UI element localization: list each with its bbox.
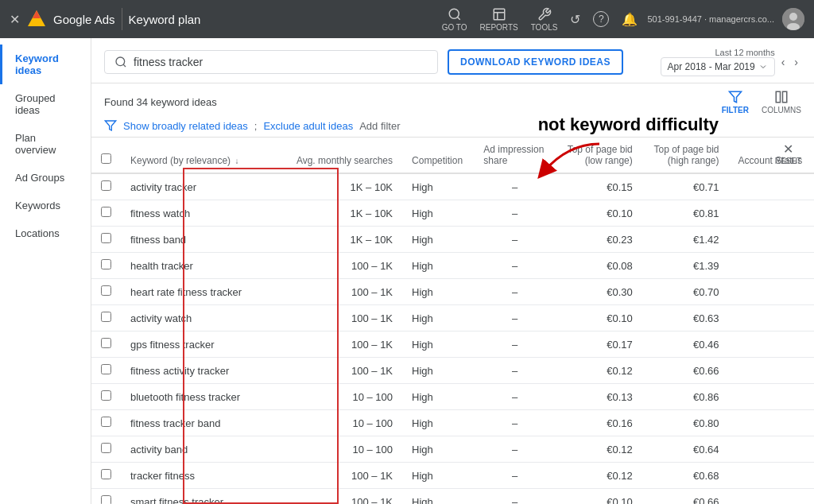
row-checkbox-cell[interactable] <box>91 227 121 253</box>
goto-label: GO TO <box>442 23 467 32</box>
header-bid-low[interactable]: Top of page bid(low range) <box>556 138 642 173</box>
svg-marker-12 <box>729 91 741 103</box>
keywords-table: Keyword (by relevance) ↓ Avg. monthly se… <box>91 138 814 504</box>
refresh-button[interactable]: ↺ <box>570 12 580 27</box>
row-checkbox[interactable] <box>101 338 111 348</box>
row-ad-share: – <box>474 253 556 279</box>
filter-button[interactable]: FILTER <box>722 90 749 114</box>
row-checkbox[interactable] <box>101 495 111 504</box>
row-checkbox[interactable] <box>101 364 111 374</box>
row-bid-low: €0.15 <box>556 173 642 200</box>
search-box[interactable] <box>104 50 438 74</box>
row-ad-share: – <box>474 331 556 358</box>
header-competition[interactable]: Competition <box>402 138 474 173</box>
goto-button[interactable]: GO TO <box>442 7 467 32</box>
header-ad-share[interactable]: Ad impressionshare <box>474 138 556 173</box>
row-checkbox-cell[interactable] <box>91 173 121 200</box>
svg-rect-14 <box>782 91 786 103</box>
row-checkbox-cell[interactable] <box>91 436 121 463</box>
row-competition: High <box>402 200 474 227</box>
row-checkbox-cell[interactable] <box>91 463 121 489</box>
date-prev-button[interactable]: ‹ <box>778 54 789 70</box>
row-checkbox-cell[interactable] <box>91 384 121 410</box>
row-checkbox[interactable] <box>101 443 111 453</box>
columns-button[interactable]: COLUMNS <box>762 90 801 114</box>
row-checkbox[interactable] <box>101 417 111 427</box>
tools-button[interactable]: TOOLS <box>531 7 558 32</box>
sidebar-item-ad-groups[interactable]: Ad Groups <box>0 164 91 192</box>
exclude-adult-ideas-link[interactable]: Exclude adult ideas <box>263 120 353 132</box>
row-bid-high: €0.64 <box>642 436 729 463</box>
row-checkbox-cell[interactable] <box>91 358 121 384</box>
header-bid-high[interactable]: Top of page bid(high range) <box>642 138 729 173</box>
table-row: health tracker 100 – 1K High – €0.08 €1.… <box>91 253 814 279</box>
row-checkbox-cell[interactable] <box>91 200 121 227</box>
sidebar-item-locations[interactable]: Locations <box>0 219 91 247</box>
row-bid-high: €1.39 <box>642 253 729 279</box>
row-status <box>729 279 814 305</box>
row-checkbox-cell[interactable] <box>91 410 121 436</box>
svg-marker-15 <box>105 121 115 130</box>
show-broadly-related-link[interactable]: Show broadly related ideas <box>123 120 248 132</box>
date-range-dropdown[interactable]: Apr 2018 - Mar 2019 <box>661 57 775 76</box>
row-ad-share: – <box>474 463 556 489</box>
row-checkbox-cell[interactable] <box>91 305 121 331</box>
row-bid-low: €0.17 <box>556 331 642 358</box>
columns-icon <box>774 90 789 104</box>
download-keyword-ideas-button[interactable]: DOWNLOAD KEYWORD IDEAS <box>448 49 623 75</box>
header-avg-searches[interactable]: Avg. monthly searches <box>284 138 402 173</box>
row-bid-high: €0.71 <box>642 173 729 200</box>
row-checkbox-cell[interactable] <box>91 331 121 358</box>
row-avg-searches: 100 – 1K <box>284 358 402 384</box>
sidebar-item-plan-overview[interactable]: Plan overview <box>0 124 91 164</box>
notifications-button[interactable]: 🔔 <box>622 12 638 27</box>
sidebar-item-keyword-ideas[interactable]: Keyword ideas <box>0 45 91 84</box>
table-row: fitness activity tracker 100 – 1K High –… <box>91 358 814 384</box>
select-all-checkbox[interactable] <box>101 153 111 164</box>
row-checkbox[interactable] <box>101 312 111 322</box>
table-row: fitness watch 1K – 10K High – €0.10 €0.8… <box>91 200 814 227</box>
add-filter-link[interactable]: Add filter <box>359 120 400 132</box>
sidebar-item-grouped-ideas[interactable]: Grouped ideas <box>0 84 91 124</box>
reports-button[interactable]: REPORTS <box>480 7 518 32</box>
row-status <box>729 253 814 279</box>
header-select-all[interactable] <box>91 138 121 173</box>
row-checkbox[interactable] <box>101 285 111 296</box>
row-checkbox[interactable] <box>101 207 111 217</box>
row-ad-share: – <box>474 436 556 463</box>
search-input[interactable] <box>134 56 428 68</box>
svg-point-10 <box>116 57 125 66</box>
close-icon[interactable]: ✕ <box>10 12 20 27</box>
page-subtitle: Keyword plan <box>129 13 201 26</box>
row-checkbox[interactable] <box>101 469 111 479</box>
row-keyword: fitness tracker band <box>121 410 284 436</box>
row-checkbox[interactable] <box>101 259 111 269</box>
row-bid-low: €0.12 <box>556 358 642 384</box>
avatar[interactable] <box>782 8 804 30</box>
row-checkbox[interactable] <box>101 233 111 243</box>
row-status <box>729 331 814 358</box>
row-avg-searches: 100 – 1K <box>284 489 402 505</box>
sidebar-item-keywords[interactable]: Keywords <box>0 192 91 219</box>
tools-label: TOOLS <box>531 23 558 32</box>
row-ad-share: – <box>474 200 556 227</box>
table-container[interactable]: Keyword (by relevance) ↓ Avg. monthly se… <box>91 138 814 504</box>
row-checkbox-cell[interactable] <box>91 489 121 505</box>
row-checkbox-cell[interactable] <box>91 253 121 279</box>
header-keyword[interactable]: Keyword (by relevance) ↓ <box>121 138 284 173</box>
row-bid-high: €0.63 <box>642 305 729 331</box>
reset-button[interactable]: ✕ RESET <box>775 142 801 165</box>
row-ad-share: – <box>474 305 556 331</box>
svg-point-8 <box>789 13 797 21</box>
row-avg-searches: 100 – 1K <box>284 331 402 358</box>
svg-marker-1 <box>33 10 41 18</box>
row-status <box>729 489 814 505</box>
row-checkbox[interactable] <box>101 180 111 191</box>
row-checkbox-cell[interactable] <box>91 279 121 305</box>
date-next-button[interactable]: › <box>791 54 801 70</box>
row-bid-low: €0.16 <box>556 410 642 436</box>
row-checkbox[interactable] <box>101 390 111 401</box>
row-bid-high: €1.42 <box>642 227 729 253</box>
sidebar: Keyword ideas Grouped ideas Plan overvie… <box>0 38 91 504</box>
help-button[interactable]: ? <box>593 11 609 27</box>
